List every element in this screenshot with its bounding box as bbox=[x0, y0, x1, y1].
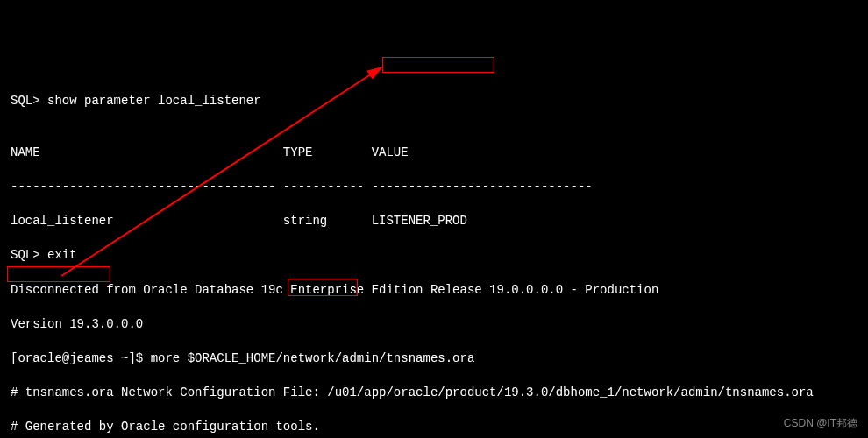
comment-line-2: # Generated by Oracle configuration tool… bbox=[11, 419, 857, 436]
watermark-text: CSDN @IT邦德 bbox=[784, 416, 857, 431]
version-line: Version 19.3.0.0.0 bbox=[11, 316, 857, 334]
separator-line: ------------------------------------ ---… bbox=[11, 179, 857, 196]
sql-command-line: SQL> show parameter local_listener bbox=[11, 93, 857, 110]
comment-line-1: # tnsnames.ora Network Configuration Fil… bbox=[11, 385, 857, 402]
disconnect-line: Disconnected from Oracle Database 19c En… bbox=[11, 282, 857, 300]
terminal-output: SQL> show parameter local_listener NAME … bbox=[11, 75, 857, 438]
sql-exit-line: SQL> exit bbox=[11, 247, 857, 265]
parameter-value-line: local_listener string LISTENER_PROD bbox=[11, 213, 857, 230]
highlight-listener-prod-value bbox=[382, 57, 494, 73]
shell-command-line: [oracle@jeames ~]$ more $ORACLE_HOME/net… bbox=[11, 350, 857, 368]
header-line: NAME TYPE VALUE bbox=[11, 145, 857, 162]
